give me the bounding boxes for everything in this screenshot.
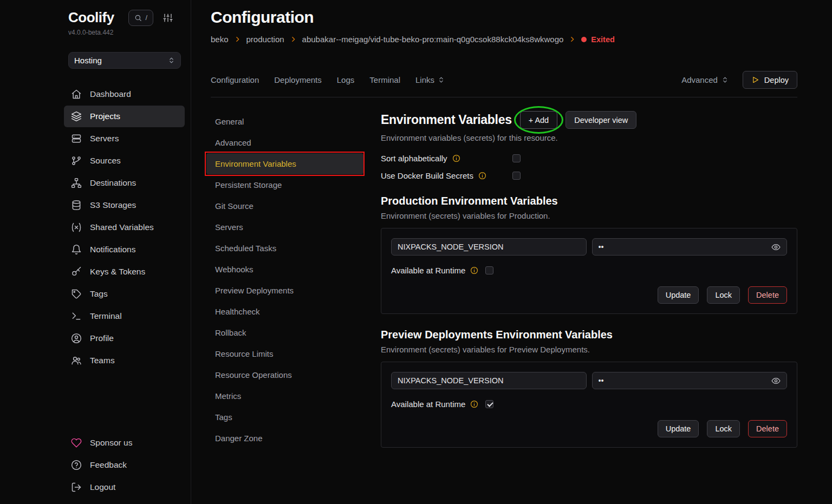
lock-button[interactable]: Lock [707, 420, 740, 437]
tab-logs[interactable]: Logs [337, 75, 355, 84]
delete-button[interactable]: Delete [748, 286, 787, 304]
breadcrumb-environment[interactable]: production [246, 35, 284, 44]
tab-links[interactable]: Links [415, 75, 445, 84]
docker-build-secrets-label: Use Docker Build Secrets [381, 171, 473, 180]
sidebar-item-servers[interactable]: Servers [64, 128, 185, 149]
server-icon [71, 133, 82, 144]
sidebar-item-sponsor[interactable]: Sponsor us [64, 432, 185, 454]
settings-sliders-icon[interactable] [163, 13, 173, 23]
subnav-item-tags[interactable]: Tags [206, 407, 363, 428]
delete-button[interactable]: Delete [748, 420, 787, 437]
heart-icon [71, 437, 82, 448]
variable-key-field[interactable] [391, 372, 587, 389]
sidebar-item-terminal[interactable]: Terminal [64, 305, 185, 327]
sidebar-item-s3-storages[interactable]: S3 Storages [64, 194, 185, 216]
network-icon [71, 178, 82, 188]
variable-icon [71, 222, 82, 233]
sidebar-item-sources[interactable]: Sources [64, 150, 185, 172]
deploy-button[interactable]: Deploy [743, 71, 797, 89]
subnav-item-environment-variables[interactable]: Environment Variables [206, 153, 363, 174]
subnav-item-advanced[interactable]: Advanced [206, 132, 363, 153]
play-icon [751, 76, 759, 84]
tab-configuration[interactable]: Configuration [211, 75, 259, 84]
chevron-updown-icon [168, 57, 175, 64]
add-variable-button[interactable]: + Add [520, 111, 558, 129]
sidebar-nav: Dashboard Projects Servers Sources Desti… [64, 83, 185, 372]
variable-key-input[interactable] [398, 376, 580, 385]
subnav-item-healthcheck[interactable]: Healthcheck [206, 301, 363, 322]
available-at-runtime-row: Available at Runtime [391, 400, 787, 409]
subnav-item-resource-limits[interactable]: Resource Limits [206, 343, 363, 364]
sort-alphabetically-label: Sort alphabetically [381, 154, 447, 163]
sidebar-item-profile[interactable]: Profile [64, 328, 185, 349]
info-icon[interactable] [452, 154, 460, 162]
subnav-item-metrics[interactable]: Metrics [206, 385, 363, 407]
sidebar-item-destinations[interactable]: Destinations [64, 172, 185, 194]
users-icon [71, 355, 82, 366]
key-icon [71, 266, 82, 277]
update-button[interactable]: Update [658, 420, 699, 437]
subnav-item-servers[interactable]: Servers [206, 217, 363, 238]
environment-variables-panel: Environment Variables + Add Developer vi… [381, 111, 797, 449]
docker-build-secrets-checkbox[interactable] [512, 172, 521, 180]
sort-alphabetically-checkbox[interactable] [512, 154, 521, 162]
sidebar-item-projects[interactable]: Projects [64, 106, 185, 127]
subnav-item-resource-operations[interactable]: Resource Operations [206, 364, 363, 385]
available-at-runtime-checkbox[interactable] [485, 400, 493, 408]
tab-deployments[interactable]: Deployments [274, 75, 322, 84]
sidebar-header: Coolify / v4.0.0-beta.442 [68, 9, 185, 36]
subnav-item-webhooks[interactable]: Webhooks [206, 259, 363, 280]
subnav-item-git-source[interactable]: Git Source [206, 195, 363, 217]
available-at-runtime-checkbox[interactable] [485, 266, 493, 274]
team-select[interactable]: Hosting [68, 52, 181, 69]
sidebar-item-dashboard[interactable]: Dashboard [64, 83, 185, 105]
update-button[interactable]: Update [658, 286, 699, 304]
bell-icon [71, 244, 82, 255]
variable-value-input[interactable] [599, 376, 768, 385]
advanced-select[interactable]: Advanced [681, 75, 729, 84]
status-text: Exited [591, 35, 615, 44]
sidebar-footer: Sponsor us Feedback Logout [64, 432, 185, 499]
available-at-runtime-label: Available at Runtime [391, 400, 465, 409]
home-icon [71, 89, 82, 100]
info-icon[interactable] [478, 172, 486, 180]
breadcrumb-resource[interactable]: abubakar--meigag/vid-tube-beko-pro:main-… [302, 35, 564, 44]
logout-icon [71, 482, 82, 493]
sidebar-item-keys-tokens[interactable]: Keys & Tokens [64, 261, 185, 283]
sidebar: Coolify / v4.0.0-beta.442 Hosting Dashbo… [0, 0, 191, 504]
variable-value-input[interactable] [599, 243, 768, 251]
breadcrumb-project[interactable]: beko [211, 35, 229, 44]
variable-value-field[interactable] [592, 372, 788, 389]
subnav-item-preview-deployments[interactable]: Preview Deployments [206, 280, 363, 301]
subnav-item-danger-zone[interactable]: Danger Zone [206, 428, 363, 449]
developer-view-button[interactable]: Developer view [566, 111, 636, 129]
page-title: Configuration [211, 7, 797, 28]
sort-alphabetically-row: Sort alphabetically [381, 154, 797, 163]
production-section-subtitle: Environment (secrets) variables for Prod… [381, 211, 797, 220]
sidebar-item-shared-variables[interactable]: Shared Variables [64, 217, 185, 238]
sidebar-item-tags[interactable]: Tags [64, 283, 185, 305]
variable-value-field[interactable] [592, 238, 788, 256]
tab-bar: Configuration Deployments Logs Terminal … [211, 71, 797, 89]
sidebar-item-logout[interactable]: Logout [64, 476, 185, 498]
info-icon[interactable] [470, 400, 478, 408]
settings-subnav: General Advanced Environment Variables P… [206, 111, 363, 449]
layers-icon [71, 111, 82, 122]
lock-button[interactable]: Lock [707, 286, 740, 304]
tab-terminal[interactable]: Terminal [369, 75, 400, 84]
sidebar-item-feedback[interactable]: Feedback [64, 454, 185, 476]
subnav-item-persistent-storage[interactable]: Persistent Storage [206, 174, 363, 195]
subnav-item-rollback[interactable]: Rollback [206, 322, 363, 343]
info-icon[interactable] [470, 266, 478, 274]
subnav-item-general[interactable]: General [206, 111, 363, 132]
search-button[interactable]: / [128, 10, 154, 26]
eye-icon[interactable] [771, 376, 781, 385]
subnav-item-scheduled-tasks[interactable]: Scheduled Tasks [206, 238, 363, 259]
sidebar-item-teams[interactable]: Teams [64, 350, 185, 371]
sidebar-item-notifications[interactable]: Notifications [64, 239, 185, 260]
variable-key-field[interactable] [391, 238, 587, 256]
variable-key-input[interactable] [398, 243, 580, 251]
eye-icon[interactable] [771, 243, 781, 252]
status-badge: Exited [581, 35, 615, 44]
help-circle-icon [71, 460, 82, 470]
